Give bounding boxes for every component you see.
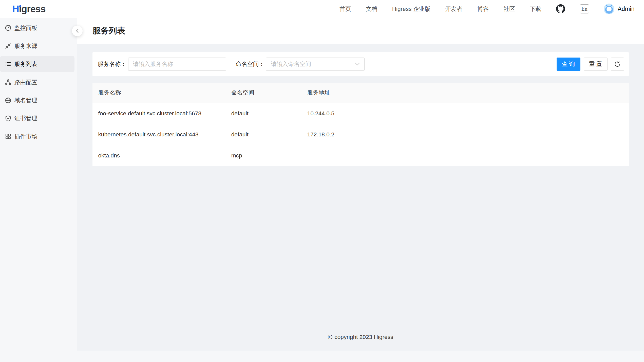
nav-item-docs[interactable]: 文档 (366, 5, 377, 13)
username-label: Admin (618, 6, 635, 12)
higress-logo[interactable]: Higress (12, 0, 46, 18)
reload-icon (614, 61, 621, 67)
sidebar-item-service-list[interactable]: 服务列表 (0, 56, 74, 72)
sidebar-item-label: 域名管理 (14, 96, 37, 104)
copyright-text: copyright 2023 Higress (334, 334, 393, 340)
page-footer: © copyright 2023 Higress (92, 334, 629, 341)
sidebar-item-label: 服务列表 (14, 60, 37, 68)
service-name-input[interactable] (128, 58, 226, 71)
logo-h: H (12, 4, 19, 14)
sidebar-item-label: 监控面板 (14, 24, 37, 32)
cell-service-address: 10.244.0.5 (301, 103, 629, 124)
chevron-left-icon (75, 28, 79, 33)
page-title: 服务列表 (92, 25, 125, 37)
sidebar-item-label: 服务来源 (14, 42, 37, 50)
header-nav: 首页 文档 Higress 企业版 开发者 博客 社区 下载 En (339, 4, 635, 14)
github-icon[interactable] (556, 4, 565, 13)
sidebar-item-plugin-market[interactable]: 插件市场 (0, 128, 74, 145)
table-row: kubernetes.default.svc.cluster.local:443… (92, 124, 629, 145)
higress-console: Higress 首页 文档 Higress 企业版 开发者 博客 社区 下载 E… (0, 0, 644, 362)
table-header-row: 服务名称 命名空间 服务地址 (92, 83, 629, 103)
column-header-service-name: 服务名称 (92, 83, 225, 103)
nav-item-community[interactable]: 社区 (503, 5, 515, 13)
nav-item-blog[interactable]: 博客 (477, 5, 489, 13)
content-area: 服务名称： 命名空间： 请输入命名空间 查 询 重 置 (77, 44, 644, 350)
column-header-service-address: 服务地址 (301, 83, 629, 103)
filter-card: 服务名称： 命名空间： 请输入命名空间 查 询 重 置 (92, 52, 629, 76)
sidebar-item-certificate-management[interactable]: 证书管理 (0, 110, 74, 126)
sidebar-collapse-button[interactable] (72, 26, 83, 36)
nav-item-developers[interactable]: 开发者 (445, 5, 462, 13)
sidebar: 监控面板 服务来源 服务列表 (0, 18, 77, 362)
cell-service-name: okta.dns (92, 145, 225, 166)
main-area: 服务列表 服务名称： 命名空间： 请输入命名空间 查 询 (77, 18, 644, 362)
cell-namespace: mcp (225, 145, 301, 166)
sidebar-item-label: 插件市场 (14, 133, 37, 140)
language-toggle[interactable]: En (580, 4, 589, 13)
sidebar-item-service-sources[interactable]: 服务来源 (0, 38, 74, 54)
services-table: 服务名称 命名空间 服务地址 foo-service.default.svc.c… (92, 83, 629, 166)
namespace-select[interactable]: 请输入命名空间 (266, 58, 365, 71)
namespace-label: 命名空间： (236, 60, 264, 68)
appstore-icon (5, 133, 11, 140)
logo-i-dot (19, 5, 21, 7)
cell-service-name: kubernetes.default.svc.cluster.local:443 (92, 124, 225, 145)
chevron-down-icon (355, 62, 360, 66)
service-name-label: 服务名称： (98, 60, 126, 68)
namespace-select-placeholder: 请输入命名空间 (271, 60, 311, 68)
sidebar-item-label: 路由配置 (14, 78, 37, 86)
shield-check-icon (5, 115, 11, 122)
route-nodes-icon (5, 79, 11, 85)
refresh-button[interactable] (611, 58, 624, 71)
reset-button[interactable]: 重 置 (584, 58, 608, 71)
column-header-namespace: 命名空间 (225, 83, 301, 103)
nav-item-download[interactable]: 下载 (530, 5, 541, 13)
sidebar-item-domain-management[interactable]: 域名管理 (0, 92, 74, 108)
sidebar-item-dashboard[interactable]: 监控面板 (0, 20, 74, 36)
logo-rest: igress (19, 4, 46, 14)
cell-service-address: 172.18.0.2 (301, 124, 629, 145)
user-menu[interactable]: Admin (604, 4, 635, 14)
copyright-icon: © (328, 334, 332, 341)
app-header: Higress 首页 文档 Higress 企业版 开发者 博客 社区 下载 E… (0, 0, 644, 18)
cell-service-address: - (301, 145, 629, 166)
dashboard-icon (5, 25, 11, 31)
cell-service-name: foo-service.default.svc.cluster.local:56… (92, 103, 225, 124)
sidebar-item-label: 证书管理 (14, 114, 37, 122)
cell-namespace: default (225, 124, 301, 145)
bottom-strip (77, 351, 644, 362)
table-row: okta.dns mcp - (92, 145, 629, 166)
globe-icon (5, 97, 11, 104)
avatar (604, 4, 614, 14)
nav-item-home[interactable]: 首页 (339, 5, 351, 13)
list-icon (5, 61, 11, 67)
table-row: foo-service.default.svc.cluster.local:56… (92, 103, 629, 124)
page-header: 服务列表 (77, 18, 644, 44)
cell-namespace: default (225, 103, 301, 124)
nav-item-enterprise[interactable]: Higress 企业版 (392, 5, 430, 13)
shrink-icon (5, 43, 11, 49)
app-body: 监控面板 服务来源 服务列表 (0, 18, 644, 362)
query-button[interactable]: 查 询 (557, 58, 580, 71)
sidebar-item-route-config[interactable]: 路由配置 (0, 74, 74, 90)
